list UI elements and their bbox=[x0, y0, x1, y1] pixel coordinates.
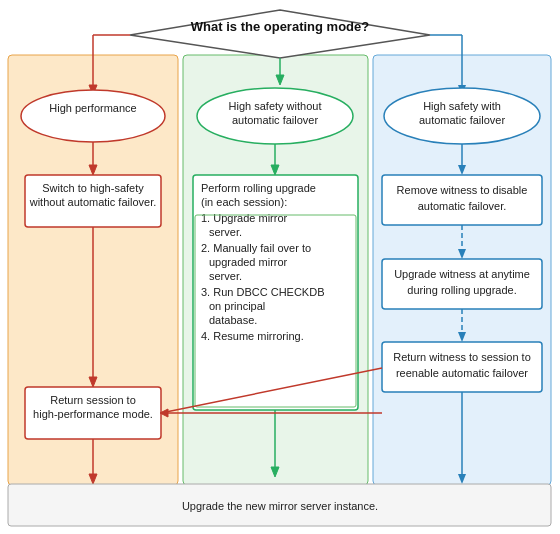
svg-text:High safety with: High safety with bbox=[423, 100, 501, 112]
svg-text:server.: server. bbox=[209, 270, 242, 282]
svg-text:during rolling upgrade.: during rolling upgrade. bbox=[407, 284, 516, 296]
svg-text:automatic failover: automatic failover bbox=[419, 114, 506, 126]
svg-text:Return witness to session to: Return witness to session to bbox=[393, 351, 531, 363]
svg-text:Switch to high-safety: Switch to high-safety bbox=[42, 182, 144, 194]
decision-diamond bbox=[130, 10, 430, 58]
svg-text:reenable automatic failover: reenable automatic failover bbox=[396, 367, 528, 379]
label-upgrade: Upgrade the new mirror server instance. bbox=[182, 500, 378, 512]
label-high-perf: High performance bbox=[49, 102, 136, 114]
svg-text:on principal: on principal bbox=[209, 300, 265, 312]
svg-text:Return session to: Return session to bbox=[50, 394, 136, 406]
svg-text:high-performance mode.: high-performance mode. bbox=[33, 408, 153, 420]
diagram-title: What is the operating mode? bbox=[191, 19, 369, 34]
svg-text:without automatic failover.: without automatic failover. bbox=[29, 196, 157, 208]
svg-text:4. Resume mirroring.: 4. Resume mirroring. bbox=[201, 330, 304, 342]
svg-text:(in each session):: (in each session): bbox=[201, 196, 287, 208]
svg-text:2. Manually fail over to: 2. Manually fail over to bbox=[201, 242, 311, 254]
svg-text:database.: database. bbox=[209, 314, 257, 326]
svg-text:upgraded mirror: upgraded mirror bbox=[209, 256, 288, 268]
svg-text:automatic failover.: automatic failover. bbox=[418, 200, 507, 212]
svg-text:automatic failover: automatic failover bbox=[232, 114, 319, 126]
svg-text:1. Upgrade mirror: 1. Upgrade mirror bbox=[201, 212, 288, 224]
diagram: What is the operating mode? High perform… bbox=[0, 0, 560, 534]
svg-text:High safety without: High safety without bbox=[229, 100, 322, 112]
oval-high-perf bbox=[21, 90, 165, 142]
svg-text:Upgrade witness at anytime: Upgrade witness at anytime bbox=[394, 268, 530, 280]
svg-text:Perform rolling upgrade: Perform rolling upgrade bbox=[201, 182, 316, 194]
svg-text:server.: server. bbox=[209, 226, 242, 238]
svg-text:3. Run DBCC CHECKDB: 3. Run DBCC CHECKDB bbox=[201, 286, 324, 298]
svg-text:Remove witness to disable: Remove witness to disable bbox=[397, 184, 528, 196]
